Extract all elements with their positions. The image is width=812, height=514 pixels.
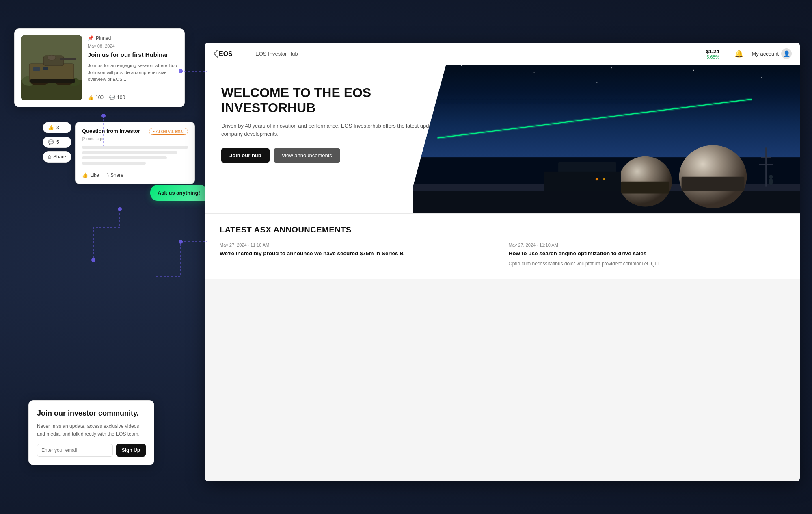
join-hub-button[interactable]: Join our hub	[221, 148, 270, 163]
price-change: + 5.68%	[703, 54, 719, 59]
ask-bubble[interactable]: Ask us anything!	[150, 185, 207, 201]
svg-point-16	[48, 55, 56, 60]
ann-title-1: We're incredibly proud to announce we ha…	[220, 250, 497, 258]
svg-point-1	[102, 114, 106, 118]
email-input[interactable]	[37, 444, 113, 457]
community-title: Join our investor community.	[37, 409, 146, 418]
view-announcements-button[interactable]: View announcements	[274, 148, 340, 163]
svg-point-5	[179, 240, 183, 244]
question-time: [2 min.] ago	[82, 137, 188, 141]
svg-point-46	[595, 178, 598, 180]
signup-button[interactable]: Sign Up	[116, 444, 146, 457]
share-button[interactable]: ⎙ Share	[43, 151, 71, 163]
svg-point-32	[761, 77, 762, 78]
comment-count-button[interactable]: 💬 5	[43, 137, 71, 148]
like-stat: 👍 100	[88, 95, 104, 100]
nav-logo: EOS	[213, 48, 246, 60]
svg-line-19	[214, 50, 218, 54]
hero-title: WELCOME TO THE EOS INVESTORHUB	[221, 85, 456, 115]
announcement-item-2[interactable]: May 27, 2024 · 11:10 AM How to use searc…	[509, 243, 786, 267]
share-icon: ⎙	[48, 154, 51, 160]
pinned-card-image	[21, 35, 82, 100]
svg-point-26	[533, 72, 534, 73]
account-button[interactable]: My account 👤	[752, 48, 792, 59]
svg-rect-13	[30, 79, 75, 83]
announcement-item-1[interactable]: May 27, 2024 · 11:10 AM We're incredibly…	[220, 243, 497, 267]
svg-point-35	[596, 82, 597, 82]
hero-section: WELCOME TO THE EOS INVESTORHUB Driven by…	[205, 65, 800, 213]
comment-stat: 💬 100	[109, 95, 125, 100]
pinned-date: May 08, 2024	[88, 43, 178, 48]
svg-point-2	[118, 207, 122, 211]
ann-date-2: May 27, 2024 · 11:10 AM	[509, 243, 786, 247]
svg-rect-17	[33, 67, 40, 71]
announcements-grid: May 27, 2024 · 11:10 AM We're incredibly…	[220, 243, 785, 267]
ann-date-1: May 27, 2024 · 11:10 AM	[220, 243, 497, 247]
question-header: Question from investor ● Asked via email	[82, 128, 188, 135]
like-icon: 👍	[48, 125, 54, 130]
social-panel: 👍 3 💬 5 ⎙ Share	[43, 122, 71, 163]
notification-bell-button[interactable]: 🔔	[732, 47, 745, 60]
question-card: Question from investor ● Asked via email…	[75, 122, 195, 184]
eos-logo-icon: EOS	[213, 48, 246, 60]
question-share-button[interactable]: ⎙ Share	[106, 172, 123, 178]
svg-point-48	[769, 178, 773, 185]
pinned-desc: Join us for an engaging session where Bo…	[88, 62, 178, 83]
community-card: Join our investor community. Never miss …	[28, 400, 154, 465]
nav-bar: EOS EOS Investor Hub $1.24 + 5.68% 🔔 My …	[205, 43, 800, 65]
community-form: Sign Up	[37, 444, 146, 457]
question-content-placeholder	[82, 146, 188, 165]
asked-via-badge: ● Asked via email	[149, 128, 188, 135]
svg-point-28	[611, 67, 612, 69]
community-desc: Never miss an update, access exclusive v…	[37, 423, 146, 438]
comment-icon: 💬	[109, 95, 115, 100]
announcements-section: LATEST ASX ANNOUNCEMENTS May 27, 2024 · …	[205, 213, 800, 279]
svg-point-49	[769, 175, 773, 179]
pin-icon: 📌	[88, 35, 94, 41]
question-actions: 👍 Like ⎙ Share	[82, 169, 188, 178]
svg-rect-18	[43, 67, 48, 70]
nav-price: $1.24 + 5.68%	[703, 48, 719, 59]
svg-rect-41	[681, 177, 744, 191]
svg-point-3	[91, 258, 95, 262]
svg-rect-23	[413, 65, 800, 157]
hero-description: Driven by 40 years of innovation and per…	[221, 122, 456, 139]
account-avatar-icon: 👤	[781, 48, 792, 59]
ann-title-2: How to use search engine optimization to…	[509, 250, 786, 258]
svg-point-34	[480, 80, 481, 80]
user-icon: 👤	[783, 50, 790, 57]
comment-icon: 💬	[48, 139, 54, 145]
nav-hub-title: EOS Investor Hub	[255, 51, 298, 57]
pinned-label: 📌 Pinned	[88, 35, 178, 41]
like-icon: 👍	[82, 172, 88, 178]
question-like-button[interactable]: 👍 Like	[82, 172, 99, 178]
svg-point-30	[693, 70, 694, 71]
bell-icon: 🔔	[734, 49, 743, 58]
svg-rect-45	[544, 172, 621, 191]
pinned-card: 📌 Pinned May 08, 2024 Join us for our fi…	[14, 28, 185, 107]
announcements-section-title: LATEST ASX ANNOUNCEMENTS	[220, 225, 785, 234]
pinned-title[interactable]: Join us for our first Hubinar	[88, 51, 178, 59]
ann-desc-2: Optio cum necessitatibus dolor voluptatu…	[509, 260, 786, 267]
price-value: $1.24	[703, 48, 719, 54]
thumbs-up-icon: 👍	[88, 95, 94, 100]
svg-point-47	[603, 178, 605, 180]
like-count-button[interactable]: 👍 3	[43, 122, 71, 133]
main-app: EOS EOS Investor Hub $1.24 + 5.68% 🔔 My …	[205, 43, 800, 481]
svg-line-20	[214, 54, 218, 58]
pinned-card-content: 📌 Pinned May 08, 2024 Join us for our fi…	[88, 35, 178, 100]
svg-text:EOS: EOS	[219, 50, 233, 57]
pinned-stats: 👍 100 💬 100	[88, 95, 178, 100]
svg-rect-43	[621, 182, 669, 194]
share-icon: ⎙	[106, 172, 108, 178]
hero-background-image	[413, 65, 800, 213]
svg-rect-15	[60, 58, 76, 60]
question-title: Question from investor	[82, 128, 140, 134]
